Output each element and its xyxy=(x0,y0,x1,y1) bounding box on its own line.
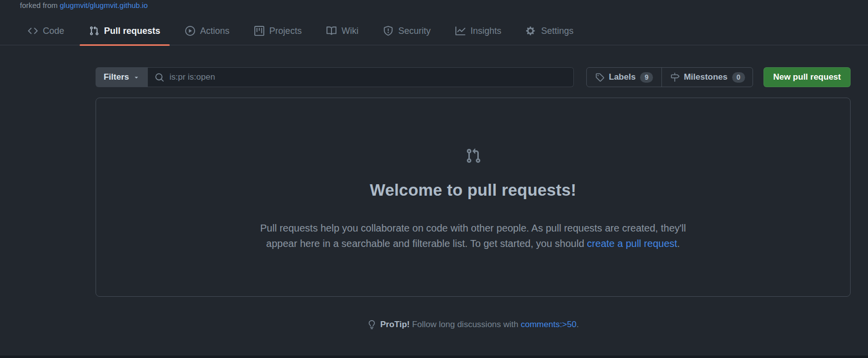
labels-count-badge: 9 xyxy=(640,72,653,83)
create-pull-request-link[interactable]: create a pull request xyxy=(587,238,677,249)
protip-text: ProTip! Follow long discussions with com… xyxy=(380,320,579,330)
shield-icon xyxy=(383,26,393,36)
new-pull-request-button[interactable]: New pull request xyxy=(763,67,851,87)
tab-projects[interactable]: Projects xyxy=(244,17,312,45)
filters-button-label: Filters xyxy=(104,72,129,82)
blankslate-body-line2-text: appear here in a searchable and filterab… xyxy=(266,238,587,249)
tab-actions[interactable]: Actions xyxy=(175,17,239,45)
tab-label: Actions xyxy=(200,26,229,35)
code-icon xyxy=(28,26,38,36)
blankslate-title: Welcome to pull requests! xyxy=(96,181,850,200)
chevron-down-icon xyxy=(133,74,140,81)
tab-label: Settings xyxy=(541,26,573,35)
labels-milestones-group: Labels 9 Milestones 0 xyxy=(586,67,753,87)
tab-label: Projects xyxy=(269,26,302,35)
search-box xyxy=(148,67,574,87)
milestones-button-label: Milestones xyxy=(684,72,728,82)
filter-row: Filters Labels 9 Milestones 0 New pull r… xyxy=(96,67,851,87)
book-icon xyxy=(326,26,336,36)
graph-icon xyxy=(455,26,465,36)
tab-label: Security xyxy=(398,26,431,35)
tab-pull-requests[interactable]: Pull requests xyxy=(79,17,170,45)
protip-suffix: . xyxy=(576,320,579,329)
tab-settings[interactable]: Settings xyxy=(516,17,583,45)
search-icon xyxy=(155,73,164,82)
protip-link[interactable]: comments:>50 xyxy=(521,320,576,329)
milestone-icon xyxy=(670,73,679,82)
tab-label: Insights xyxy=(470,26,501,35)
pr-search-input[interactable] xyxy=(169,72,566,82)
protip-body: Follow long discussions with xyxy=(412,320,519,329)
labels-button-label: Labels xyxy=(609,72,636,82)
fork-line-prefix: forked from xyxy=(20,1,58,9)
milestones-count-badge: 0 xyxy=(732,72,745,83)
tab-label: Code xyxy=(43,26,64,35)
git-pull-request-icon xyxy=(89,26,99,36)
git-pull-request-large-icon xyxy=(465,148,481,164)
play-icon xyxy=(185,26,195,36)
tab-label: Pull requests xyxy=(104,26,160,35)
protip: ProTip! Follow long discussions with com… xyxy=(96,320,851,330)
blankslate-body-line2-period: . xyxy=(677,238,680,249)
tab-insights[interactable]: Insights xyxy=(445,17,511,45)
tab-security[interactable]: Security xyxy=(373,17,440,45)
light-bulb-icon xyxy=(367,320,376,329)
milestones-button[interactable]: Milestones 0 xyxy=(661,68,753,87)
fork-line: forked from glugmvit/glugmvit.github.io xyxy=(20,0,148,10)
project-icon xyxy=(254,26,264,36)
fork-source-link[interactable]: glugmvit/glugmvit.github.io xyxy=(60,1,148,9)
filters-dropdown-button[interactable]: Filters xyxy=(96,67,148,87)
tab-label: Wiki xyxy=(341,26,358,35)
tab-code[interactable]: Code xyxy=(18,17,74,45)
gear-icon xyxy=(526,26,536,36)
blankslate-body-line1: Pull requests help you collaborate on co… xyxy=(217,221,730,236)
protip-bold: ProTip! xyxy=(380,320,410,329)
repo-nav: Code Pull requests Actions Projects Wiki… xyxy=(0,17,868,45)
blankslate-body: Pull requests help you collaborate on co… xyxy=(217,221,730,251)
tag-icon xyxy=(595,73,604,82)
new-pull-request-label: New pull request xyxy=(773,72,841,82)
labels-button[interactable]: Labels 9 xyxy=(587,68,661,87)
pull-requests-blankslate-panel: Welcome to pull requests! Pull requests … xyxy=(96,98,851,297)
tab-wiki[interactable]: Wiki xyxy=(317,17,368,45)
bottom-strip xyxy=(0,356,868,358)
blankslate-body-line2: appear here in a searchable and filterab… xyxy=(217,236,730,251)
